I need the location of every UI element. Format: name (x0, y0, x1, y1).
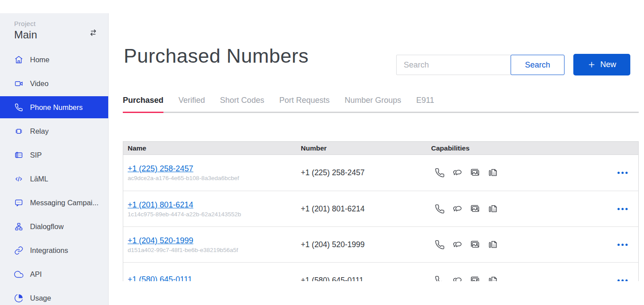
table-header-row: Name Number Capabilities (123, 142, 638, 155)
fax-icon (487, 239, 498, 250)
sms-icon (452, 167, 463, 178)
video-icon (14, 79, 23, 88)
home-icon (14, 55, 23, 64)
ellipsis-icon (617, 208, 620, 210)
number-value: +1 (201) 801-6214 (297, 191, 428, 226)
sms-icon (452, 203, 463, 215)
number-value: +1 (225) 258-2457 (297, 155, 428, 191)
column-header-number: Number (297, 144, 428, 152)
number-name-link[interactable]: +1 (580) 645-0111 (128, 275, 192, 281)
capabilities-cell (428, 227, 592, 262)
table-body: +1 (225) 258-2457 ac9dce2a-a176-4e65-b10… (123, 155, 638, 281)
fax-icon (487, 167, 498, 178)
numbers-table-wrap: Name Number Capabilities +1 (225) 258-24… (123, 141, 639, 281)
new-button-label: New (600, 60, 616, 69)
new-button[interactable]: New (573, 54, 630, 75)
sidebar: Project Main Home Video Phone Numbers Re… (0, 13, 109, 305)
mms-icon (470, 239, 481, 250)
sip-phone-icon (14, 151, 23, 160)
tab-purchased[interactable]: Purchased (123, 96, 163, 113)
row-menu-button[interactable] (616, 242, 629, 248)
number-name-link[interactable]: +1 (225) 258-2457 (128, 164, 193, 173)
capabilities-cell (428, 155, 592, 191)
sidebar-item-phone-numbers[interactable]: Phone Numbers (0, 96, 108, 118)
table-row: +1 (225) 258-2457 ac9dce2a-a176-4e65-b10… (123, 155, 638, 191)
sidebar-item-dialogflow[interactable]: Dialogflow (0, 215, 108, 238)
plus-icon (587, 60, 596, 69)
code-icon (14, 174, 23, 184)
sidebar-item-l-ml[interactable]: LāML (0, 167, 108, 191)
table-row: +1 (201) 801-6214 1c14c975-89eb-4474-a22… (123, 191, 638, 226)
mms-icon (470, 275, 481, 282)
sms-icon (452, 239, 463, 250)
fax-icon (487, 203, 498, 215)
app: { "sidebar": { "project_label": "Project… (0, 0, 644, 305)
capabilities-cell (428, 191, 592, 226)
ellipsis-icon (617, 172, 620, 174)
sidebar-item-relay[interactable]: Relay (0, 119, 108, 143)
numbers-table: Name Number Capabilities +1 (225) 258-24… (123, 141, 639, 281)
tab-bar: Purchased Verified Short Codes Port Requ… (123, 96, 639, 113)
tab-port-requests[interactable]: Port Requests (279, 96, 330, 113)
tab-number-groups[interactable]: Number Groups (345, 96, 401, 113)
number-value: +1 (204) 520-1999 (297, 227, 428, 262)
voice-icon (434, 203, 445, 215)
ellipsis-icon (617, 244, 620, 246)
sidebar-nav: Home Video Phone Numbers Relay SIP LāML … (0, 48, 108, 305)
tab-e911[interactable]: E911 (416, 96, 434, 113)
cloud-icon (14, 270, 23, 279)
number-name-link[interactable]: +1 (204) 520-1999 (128, 236, 193, 245)
fax-icon (487, 275, 498, 282)
table-row: +1 (204) 520-1999 d151a402-99c7-48f1-be6… (123, 226, 638, 262)
number-uuid: ac9dce2a-a176-4e65-b108-8a3eda6bcbef (128, 175, 297, 181)
page-title: Purchased Numbers (124, 45, 309, 68)
project-block: Project Main (0, 13, 108, 41)
ellipsis-icon (617, 279, 620, 282)
column-header-name: Name (123, 144, 297, 152)
sidebar-item-api[interactable]: API (0, 262, 108, 286)
search-input[interactable] (396, 55, 511, 75)
number-value: +1 (580) 645-0111 (297, 263, 428, 281)
row-menu-button[interactable] (616, 278, 629, 282)
number-uuid: 1c14c975-89eb-4474-a22b-62a24143552b (128, 211, 297, 218)
capabilities-cell (428, 263, 592, 281)
project-switcher-button[interactable] (87, 27, 99, 38)
tab-short-codes[interactable]: Short Codes (220, 96, 264, 113)
voice-icon (434, 239, 445, 250)
sidebar-item-video[interactable]: Video (0, 72, 108, 95)
pie-chart-icon (14, 294, 23, 303)
sidebar-item-sip[interactable]: SIP (0, 143, 108, 167)
sidebar-item-home[interactable]: Home (0, 48, 108, 72)
mms-icon (470, 203, 481, 215)
sms-icon (452, 275, 463, 282)
number-uuid: d151a402-99c7-48f1-be6b-e38219b56a5f (128, 247, 297, 253)
row-menu-button[interactable] (616, 206, 629, 212)
row-menu-button[interactable] (616, 170, 629, 176)
phone-icon (14, 103, 23, 112)
sidebar-item-messaging-campai[interactable]: Messaging Campai... (0, 191, 108, 215)
swap-icon (87, 33, 99, 39)
sidebar-item-usage[interactable]: Usage (0, 286, 108, 305)
sidebar-item-integrations[interactable]: Integrations (0, 238, 108, 262)
column-header-capabilities: Capabilities (428, 144, 592, 152)
tab-verified[interactable]: Verified (178, 96, 205, 113)
chip-icon (14, 127, 23, 136)
voice-icon (434, 275, 445, 282)
sitemap-icon (14, 222, 23, 231)
table-row: +1 (580) 645-0111 +1 (580) 645-0111 (123, 262, 638, 281)
project-label: Project (14, 20, 99, 27)
link-icon (14, 246, 23, 255)
mms-icon (470, 167, 481, 178)
voice-icon (434, 167, 445, 178)
number-name-link[interactable]: +1 (201) 801-6214 (128, 200, 193, 210)
message-icon (14, 198, 23, 207)
search-button[interactable]: Search (511, 55, 564, 75)
